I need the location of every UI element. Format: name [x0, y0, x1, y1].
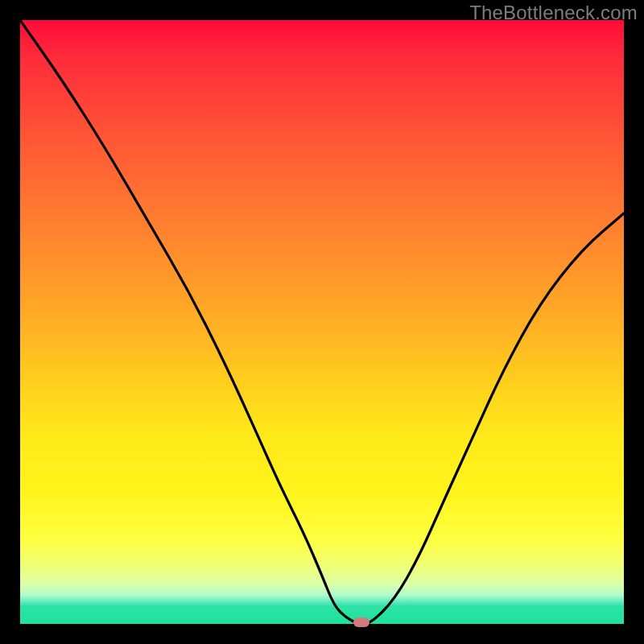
- bottleneck-curve: [20, 20, 624, 624]
- plot-area: [20, 20, 624, 624]
- optimal-marker: [353, 617, 369, 627]
- outer-frame: TheBottleneck.com: [0, 0, 644, 644]
